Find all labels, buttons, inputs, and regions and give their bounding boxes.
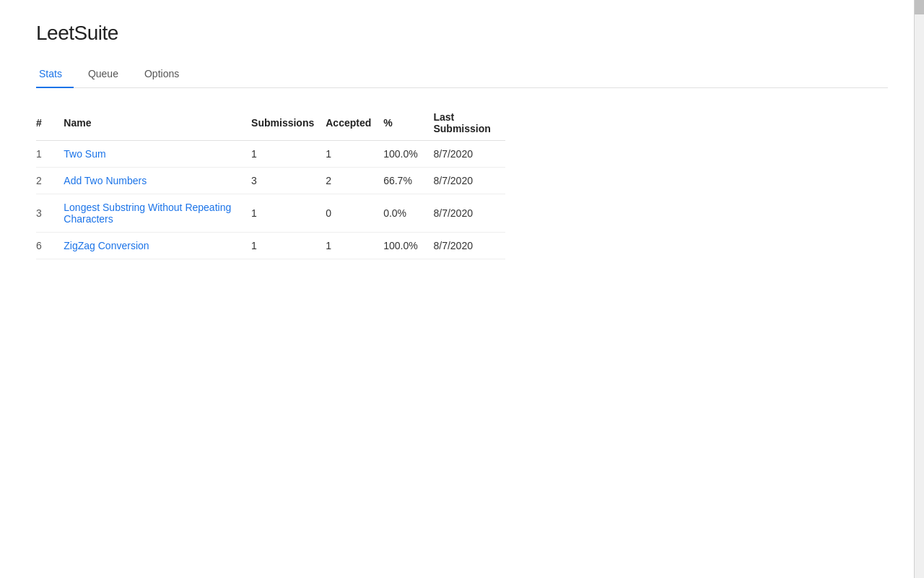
- cell-last-submission: 8/7/2020: [433, 233, 505, 259]
- cell-submissions: 1: [251, 194, 326, 233]
- cell-problem-name[interactable]: Add Two Numbers: [64, 168, 251, 194]
- cell-last-submission: 8/7/2020: [433, 141, 505, 168]
- cell-percent: 100.0%: [383, 233, 433, 259]
- cell-accepted: 0: [326, 194, 383, 233]
- cell-problem-name[interactable]: ZigZag Conversion: [64, 233, 251, 259]
- scrollbar[interactable]: [914, 0, 924, 281]
- stats-table: # Name Submissions Accepted % Last Submi…: [36, 105, 505, 259]
- table-body: 1Two Sum11100.0%8/7/20202Add Two Numbers…: [36, 141, 505, 259]
- cell-accepted: 1: [326, 141, 383, 168]
- cell-number: 2: [36, 168, 64, 194]
- tab-stats[interactable]: Stats: [36, 62, 74, 88]
- tab-options[interactable]: Options: [141, 62, 191, 88]
- col-header-accepted: Accepted: [326, 105, 383, 141]
- cell-submissions: 1: [251, 141, 326, 168]
- cell-number: 6: [36, 233, 64, 259]
- scrollbar-thumb[interactable]: [915, 0, 924, 14]
- cell-number: 3: [36, 194, 64, 233]
- table-header-row: # Name Submissions Accepted % Last Submi…: [36, 105, 505, 141]
- col-header-hash: #: [36, 105, 64, 141]
- cell-last-submission: 8/7/2020: [433, 168, 505, 194]
- cell-accepted: 1: [326, 233, 383, 259]
- cell-percent: 100.0%: [383, 141, 433, 168]
- table-row: 2Add Two Numbers3266.7%8/7/2020: [36, 168, 505, 194]
- cell-percent: 66.7%: [383, 168, 433, 194]
- cell-percent: 0.0%: [383, 194, 433, 233]
- col-header-submissions: Submissions: [251, 105, 326, 141]
- main-container: LeetSuite Stats Queue Options # Name Sub…: [7, 0, 917, 281]
- col-header-last-submission: Last Submission: [433, 105, 505, 141]
- tab-bar: Stats Queue Options: [36, 62, 888, 88]
- col-header-name: Name: [64, 105, 251, 141]
- table-row: 1Two Sum11100.0%8/7/2020: [36, 141, 505, 168]
- table-row: 3Longest Substring Without Repeating Cha…: [36, 194, 505, 233]
- cell-problem-name[interactable]: Two Sum: [64, 141, 251, 168]
- cell-accepted: 2: [326, 168, 383, 194]
- cell-submissions: 1: [251, 233, 326, 259]
- app-title: LeetSuite: [36, 22, 888, 45]
- cell-submissions: 3: [251, 168, 326, 194]
- cell-number: 1: [36, 141, 64, 168]
- cell-problem-name[interactable]: Longest Substring Without Repeating Char…: [64, 194, 251, 233]
- col-header-percent: %: [383, 105, 433, 141]
- tab-queue[interactable]: Queue: [85, 62, 130, 88]
- cell-last-submission: 8/7/2020: [433, 194, 505, 233]
- table-row: 6ZigZag Conversion11100.0%8/7/2020: [36, 233, 505, 259]
